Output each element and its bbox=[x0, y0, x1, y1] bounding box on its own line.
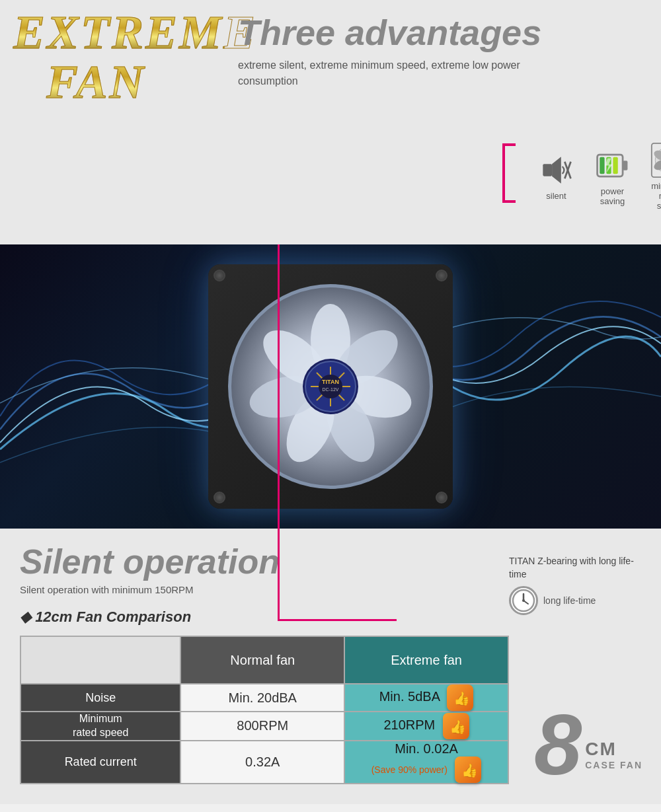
feature-min-speed: minimum rated speed bbox=[650, 142, 661, 211]
logo-extreme: EXTREME bbox=[13, 10, 225, 55]
zbearing-lifetime: long life-time bbox=[509, 586, 641, 615]
silent-icon bbox=[538, 152, 574, 188]
cell-normal-rated-current: 0.32A bbox=[180, 741, 344, 784]
svg-text:DC-12V: DC-12V bbox=[323, 387, 339, 392]
screw-bottom-left bbox=[214, 492, 225, 503]
battery-icon bbox=[594, 147, 631, 184]
fan-section: TITAN DC-12V bbox=[0, 244, 661, 529]
table-header-normal-fan: Normal fan bbox=[180, 636, 344, 684]
win-badge-noise: 👍 bbox=[447, 684, 473, 711]
svg-rect-0 bbox=[543, 164, 552, 176]
cell-extreme-noise: Min. 5dBA 👍 bbox=[344, 684, 508, 712]
svg-text:👍: 👍 bbox=[453, 690, 469, 706]
three-advantages: Three advantages extreme silent, extreme… bbox=[238, 13, 648, 89]
silent-label: silent bbox=[546, 191, 566, 201]
power-saving-label: power saving bbox=[594, 186, 631, 206]
lifetime-label: long life-time bbox=[543, 595, 596, 606]
table-header-empty bbox=[20, 636, 180, 684]
table-header-extreme-fan: Extreme fan bbox=[344, 636, 508, 684]
cell-extreme-rated-current: Min. 0.02A (Save 90% power) 👍 bbox=[344, 741, 508, 784]
product-logo: EXTREME FAN bbox=[13, 10, 225, 110]
win-badge-speed: 👍 bbox=[443, 713, 469, 739]
zbearing-text: TITAN Z-bearing with long life-time bbox=[509, 555, 641, 581]
logo-fan: FAN bbox=[46, 55, 225, 110]
zbearing-section: TITAN Z-bearing with long life-time long… bbox=[509, 555, 641, 615]
table-row: Rated current 0.32A Min. 0.02A (Save 90%… bbox=[20, 741, 508, 784]
clock-icon bbox=[509, 586, 538, 615]
top-section: EXTREME FAN Three advantages extreme sil… bbox=[0, 0, 661, 244]
features-row: silent power bbox=[502, 142, 661, 211]
case-fan-label: CASE FAN bbox=[585, 760, 642, 770]
svg-text:TITAN: TITAN bbox=[322, 379, 339, 385]
table-row: Noise Min. 20dBA Min. 5dBA 👍 bbox=[20, 684, 508, 712]
feature-power-saving: power saving bbox=[594, 147, 631, 206]
case-fan-cm: CM bbox=[585, 739, 617, 760]
feature-silent: silent bbox=[538, 152, 574, 201]
cell-normal-noise: Min. 20dBA bbox=[180, 684, 344, 712]
case-fan-number: 8 bbox=[534, 702, 582, 788]
comparison-table: Normal fan Extreme fan Noise Min. 20dBA … bbox=[20, 636, 509, 784]
table-row: Minimumrated speed 800RPM 210RPM 👍 bbox=[20, 712, 508, 741]
bottom-section: Silent operation Silent operation with m… bbox=[0, 529, 661, 804]
screw-top-left bbox=[214, 270, 225, 281]
screw-bottom-right bbox=[436, 492, 447, 503]
case-fan-badge: 8 CM CASE FAN bbox=[516, 692, 661, 797]
svg-point-40 bbox=[522, 599, 525, 602]
svg-rect-8 bbox=[613, 157, 617, 174]
cell-extreme-min-speed: 210RPM 👍 bbox=[344, 712, 508, 741]
svg-rect-5 bbox=[623, 161, 627, 170]
row-label-noise: Noise bbox=[20, 684, 180, 712]
fan-blade-area: TITAN DC-12V bbox=[228, 284, 433, 489]
svg-rect-6 bbox=[600, 157, 604, 174]
min-rated-speed-label: minimum rated speed bbox=[650, 181, 661, 211]
svg-marker-1 bbox=[552, 157, 561, 183]
cell-normal-min-speed: 800RPM bbox=[180, 712, 344, 741]
row-label-rated-current: Rated current bbox=[20, 741, 180, 784]
fan-outer-frame: TITAN DC-12V bbox=[208, 264, 453, 509]
svg-text:👍: 👍 bbox=[461, 762, 477, 778]
svg-text:👍: 👍 bbox=[449, 719, 465, 735]
screw-top-right bbox=[436, 270, 447, 281]
fan-image: TITAN DC-12V bbox=[208, 264, 453, 509]
advantages-description: extreme silent, extreme minimum speed, e… bbox=[238, 57, 568, 89]
win-badge-current: 👍 bbox=[455, 757, 481, 783]
advantages-title: Three advantages bbox=[238, 13, 648, 52]
row-label-min-speed: Minimumrated speed bbox=[20, 712, 180, 741]
fan-speed-icon bbox=[650, 142, 661, 178]
